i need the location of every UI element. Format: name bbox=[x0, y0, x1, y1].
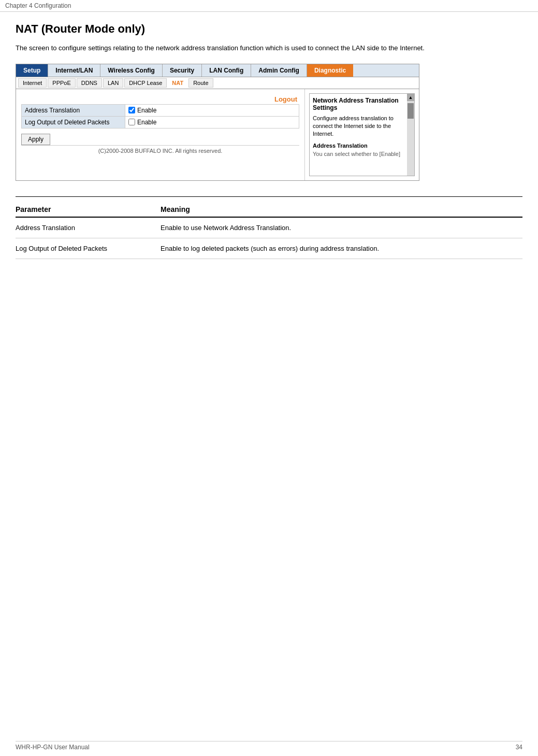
page-footer: WHR-HP-GN User Manual 34 bbox=[16, 741, 522, 751]
nav-tab-lan-config[interactable]: LAN Config bbox=[202, 64, 251, 77]
nav-tab-wireless-config[interactable]: Wireless Config bbox=[100, 64, 163, 77]
section-description: The screen to configure settings relatin… bbox=[16, 43, 522, 53]
help-subtitle: Address Translation bbox=[313, 142, 403, 149]
address-translation-label: Address Translation bbox=[22, 104, 125, 116]
address-translation-checkbox[interactable] bbox=[128, 107, 135, 113]
meaning-address-translation: Enable to use Network Address Translatio… bbox=[161, 217, 522, 238]
router-main-area: Logout Address Translation Enable bbox=[16, 89, 419, 180]
sub-tab-ddns[interactable]: DDNS bbox=[77, 78, 102, 88]
nav-tab-admin-config[interactable]: Admin Config bbox=[251, 64, 307, 77]
sub-tab-lan[interactable]: LAN bbox=[103, 78, 123, 88]
param-address-translation: Address Translation bbox=[16, 217, 161, 238]
log-output-checkbox[interactable] bbox=[128, 119, 135, 125]
parameter-table: Parameter Meaning Address Translation En… bbox=[16, 202, 522, 259]
scrollbar[interactable]: ▲ bbox=[407, 94, 414, 176]
logout-row: Logout bbox=[21, 94, 299, 104]
sub-tabs: Internet PPPoE DDNS LAN DHCP Lease NAT R… bbox=[16, 77, 419, 89]
nav-tab-setup[interactable]: Setup bbox=[16, 64, 48, 77]
footer-left: WHR-HP-GN User Manual bbox=[16, 744, 90, 751]
log-output-enable-text: Enable bbox=[137, 119, 156, 126]
sub-tab-nat[interactable]: NAT bbox=[168, 79, 187, 87]
help-panel: Network Address Translation Settings Con… bbox=[305, 89, 419, 180]
scroll-up-button[interactable]: ▲ bbox=[407, 94, 414, 101]
form-table: Address Translation Enable Log Output of… bbox=[21, 104, 299, 129]
page-header: Chapter 4 Configuration bbox=[0, 0, 538, 12]
scroll-thumb[interactable] bbox=[408, 103, 414, 119]
nav-tab-diagnostic[interactable]: Diagnostic bbox=[307, 64, 353, 77]
address-translation-checkbox-label[interactable]: Enable bbox=[128, 107, 296, 114]
log-output-label: Log Output of Deleted Packets bbox=[22, 116, 125, 128]
sub-tab-pppoe[interactable]: PPPoE bbox=[48, 78, 75, 88]
help-title: Network Address Translation Settings bbox=[313, 97, 403, 111]
help-clipped-text: You can select whether to [Enable] bbox=[313, 151, 403, 157]
table-row: Log Output of Deleted Packets Enable to … bbox=[16, 238, 522, 259]
page-title: NAT (Router Mode only) bbox=[16, 22, 522, 36]
chapter-title: Chapter 4 Configuration bbox=[5, 2, 71, 9]
meaning-col-header: Meaning bbox=[161, 202, 522, 217]
router-ui-panel: Setup Internet/LAN Wireless Config Secur… bbox=[16, 64, 419, 181]
address-translation-control: Enable bbox=[125, 104, 299, 116]
main-content: NAT (Router Mode only) The screen to con… bbox=[0, 12, 538, 269]
param-table-header-row: Parameter Meaning bbox=[16, 202, 522, 217]
apply-button[interactable]: Apply bbox=[21, 134, 50, 145]
table-row: Address Translation Enable to use Networ… bbox=[16, 217, 522, 238]
log-output-checkbox-label[interactable]: Enable bbox=[128, 119, 296, 126]
divider bbox=[16, 196, 522, 197]
param-log-output: Log Output of Deleted Packets bbox=[16, 238, 161, 259]
router-footer-note: (C)2000-2008 BUFFALO INC. All rights res… bbox=[21, 145, 299, 156]
logout-button[interactable]: Logout bbox=[274, 95, 297, 103]
footer-right: 34 bbox=[516, 744, 522, 751]
log-output-control: Enable bbox=[125, 116, 299, 128]
param-col-header: Parameter bbox=[16, 202, 161, 217]
table-row: Address Translation Enable bbox=[22, 104, 299, 116]
help-description: Configure address translation to connect… bbox=[313, 115, 403, 138]
sub-tab-dhcp-lease[interactable]: DHCP Lease bbox=[124, 78, 167, 88]
sub-tab-route[interactable]: Route bbox=[188, 78, 213, 88]
sub-tab-internet[interactable]: Internet bbox=[18, 78, 47, 88]
meaning-log-output: Enable to log deleted packets (such as e… bbox=[161, 238, 522, 259]
nav-tab-security[interactable]: Security bbox=[163, 64, 202, 77]
help-scroll-area: Network Address Translation Settings Con… bbox=[309, 93, 415, 176]
nav-tab-internet-lan[interactable]: Internet/LAN bbox=[48, 64, 100, 77]
nav-tabs: Setup Internet/LAN Wireless Config Secur… bbox=[16, 64, 419, 77]
address-translation-enable-text: Enable bbox=[137, 107, 156, 114]
table-row: Log Output of Deleted Packets Enable bbox=[22, 116, 299, 128]
router-form-area: Logout Address Translation Enable bbox=[16, 89, 305, 180]
